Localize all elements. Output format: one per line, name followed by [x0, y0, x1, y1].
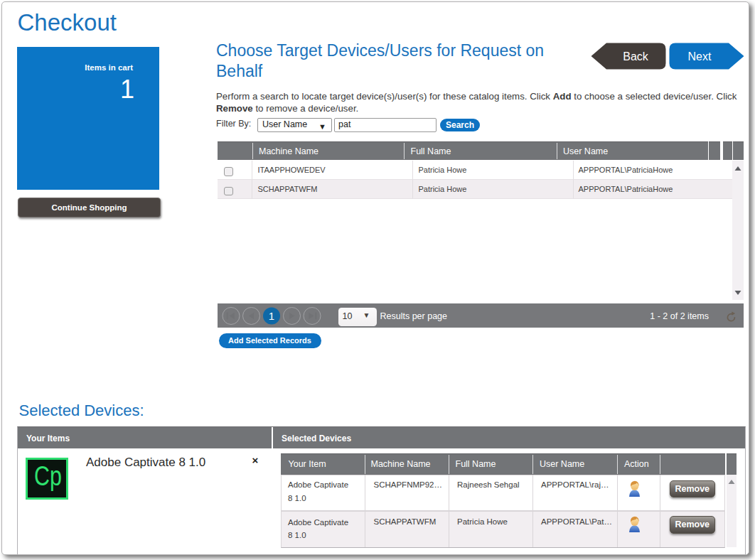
svg-text:1: 1: [269, 310, 274, 322]
svg-text:Back: Back: [623, 50, 649, 63]
svg-text:Next: Next: [688, 50, 712, 63]
